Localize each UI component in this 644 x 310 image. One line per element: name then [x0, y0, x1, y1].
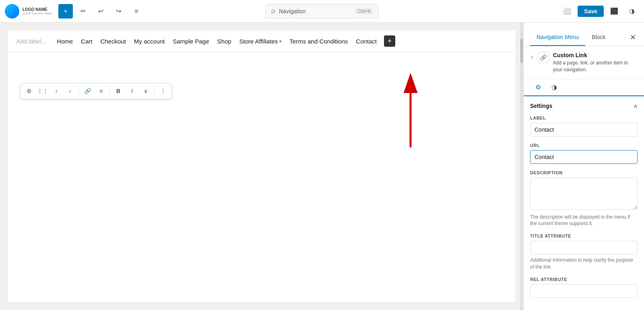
url-field-label: URL — [530, 143, 638, 148]
rel-attribute-input[interactable] — [530, 284, 638, 298]
panel-header: Navigation Menu Block ✕ — [524, 23, 644, 46]
block-view-button[interactable]: ⬛ — [607, 4, 621, 19]
contrast-button[interactable]: ◑ — [625, 4, 639, 19]
nav-bar: Add label... Home Cart Checkout My accou… — [8, 31, 515, 52]
pen-button[interactable]: ✏ — [76, 4, 91, 19]
custom-link-prev-btn[interactable]: ‹ — [530, 53, 534, 61]
url-field-group: URL — [530, 143, 638, 164]
add-button[interactable]: + — [58, 4, 73, 19]
panel-icon-tab-spacer — [562, 79, 638, 95]
custom-link-section: ‹ 🔗 Custom Link Add a page, link, or ano… — [524, 46, 644, 79]
nav-item-myaccount[interactable]: My account — [130, 36, 169, 46]
list-button[interactable]: ≡ — [129, 4, 144, 19]
block-dropdown-btn[interactable]: ∨ — [140, 85, 152, 97]
top-toolbar: LOGO NAME YOUR TAGLINE HERE + ✏ ↩ ↪ ≡ ⊙ … — [0, 0, 644, 23]
right-panel: Navigation Menu Block ✕ ‹ 🔗 Custom Link … — [523, 23, 644, 310]
canvas-area: Add label... Home Cart Checkout My accou… — [0, 23, 523, 310]
description-field-label: DESCRIPTION — [530, 170, 638, 175]
main-layout: Add label... Home Cart Checkout My accou… — [0, 23, 644, 310]
panel-close-button[interactable]: ✕ — [628, 31, 638, 43]
logo-image — [5, 4, 19, 19]
label-field-label: LABEL — [530, 116, 638, 120]
block-next-btn[interactable]: › — [64, 85, 76, 97]
description-hint: The description will be displayed in the… — [530, 214, 638, 227]
preview-button[interactable]: ⬜ — [560, 4, 574, 19]
logo-name: LOGO NAME — [23, 7, 52, 12]
nav-add-label[interactable]: Add label... — [16, 38, 46, 45]
toolbar-divider-3 — [154, 86, 155, 96]
block-bold-btn[interactable]: B — [112, 85, 124, 97]
nav-item-storeaffiliates[interactable]: Store Affiliates ▾ — [235, 36, 286, 46]
logo-text: LOGO NAME YOUR TAGLINE HERE — [23, 7, 52, 15]
redo-button[interactable]: ↪ — [111, 4, 126, 19]
nav-item-cart[interactable]: Cart — [77, 36, 96, 46]
scroll-indicator[interactable] — [520, 23, 523, 310]
panel-icon-tab-settings[interactable]: ⚙ — [530, 79, 546, 95]
settings-collapse-button[interactable]: ∧ — [634, 103, 638, 109]
logo-tagline: YOUR TAGLINE HERE — [23, 12, 52, 15]
search-bar[interactable]: ⊙ Navigation Ctrl+K — [266, 4, 378, 19]
save-button[interactable]: Save — [578, 6, 604, 17]
label-input[interactable] — [530, 123, 638, 136]
description-field-group: DESCRIPTION The description will be disp… — [530, 170, 638, 227]
custom-link-nav: ‹ — [530, 53, 534, 61]
nav-item-checkout[interactable]: Checkout — [96, 36, 130, 46]
panel-icon-tab-style[interactable]: ◑ — [546, 79, 562, 95]
block-italic-btn[interactable]: I — [126, 85, 138, 97]
settings-section: Settings ∧ LABEL URL DESCRIPTION The des… — [524, 96, 644, 310]
nav-item-home[interactable]: Home — [53, 36, 77, 46]
block-list-btn[interactable]: ≡ — [95, 85, 107, 97]
undo-button[interactable]: ↩ — [94, 4, 108, 19]
rel-attribute-field-group: REL ATTRIBUTE — [530, 277, 638, 298]
red-arrow-annotation — [394, 71, 427, 153]
custom-link-text: Custom Link Add a page, link, or another… — [553, 52, 638, 73]
tab-navigation-menu[interactable]: Navigation Menu — [530, 29, 585, 46]
nav-add-button[interactable]: + — [384, 35, 395, 47]
nav-item-shop[interactable]: Shop — [213, 36, 235, 46]
rel-attribute-label: REL ATTRIBUTE — [530, 277, 638, 282]
block-more-btn[interactable]: ⋮ — [157, 85, 169, 97]
title-attribute-label: TITLE ATTRIBUTE — [530, 234, 638, 238]
panel-tabs: Navigation Menu Block — [530, 29, 612, 46]
custom-link-title: Custom Link — [553, 52, 638, 58]
settings-header: Settings ∧ — [530, 103, 638, 109]
custom-link-icon: 🔗 — [538, 52, 549, 63]
title-attribute-field-group: TITLE ATTRIBUTE Additional information t… — [530, 234, 638, 271]
dropdown-arrow-icon: ▾ — [279, 39, 281, 43]
tab-block[interactable]: Block — [585, 29, 612, 46]
nav-item-contact[interactable]: Contact — [352, 36, 381, 46]
search-icon: ⊙ — [271, 8, 276, 14]
custom-link-description: Add a page, link, or another item to you… — [553, 60, 638, 73]
label-field-group: LABEL — [530, 116, 638, 136]
settings-title: Settings — [530, 103, 552, 109]
search-shortcut: Ctrl+K — [355, 8, 373, 14]
panel-icon-tabs: ⚙ ◑ — [524, 79, 644, 96]
block-settings-icon-btn[interactable]: ⚙ — [23, 85, 35, 97]
block-link-btn[interactable]: 🔗 — [81, 85, 93, 97]
nav-item-termsandconditions[interactable]: Terms and Conditions — [285, 36, 352, 46]
block-prev-btn[interactable]: ‹ — [50, 85, 62, 97]
url-input[interactable] — [530, 150, 638, 164]
title-attribute-hint: Additional information to help clarify t… — [530, 257, 638, 271]
toolbar-divider-1 — [78, 86, 79, 96]
page-content: Add label... Home Cart Checkout My accou… — [8, 31, 515, 302]
description-textarea[interactable] — [530, 178, 638, 210]
scroll-thumb — [520, 39, 523, 63]
search-text: Navigation — [279, 8, 352, 14]
nav-item-samplepage[interactable]: Sample Page — [169, 36, 213, 46]
title-attribute-input[interactable] — [530, 241, 638, 254]
toolbar-right: ⬜ Save ⬛ ◑ — [560, 4, 639, 19]
logo-area: LOGO NAME YOUR TAGLINE HERE — [5, 4, 52, 19]
block-toolbar: ⚙ ⋮⋮ ‹ › 🔗 ≡ B I ∨ ⋮ — [20, 83, 172, 99]
block-drag-btn[interactable]: ⋮⋮ — [37, 85, 49, 97]
toolbar-divider-2 — [109, 86, 110, 96]
